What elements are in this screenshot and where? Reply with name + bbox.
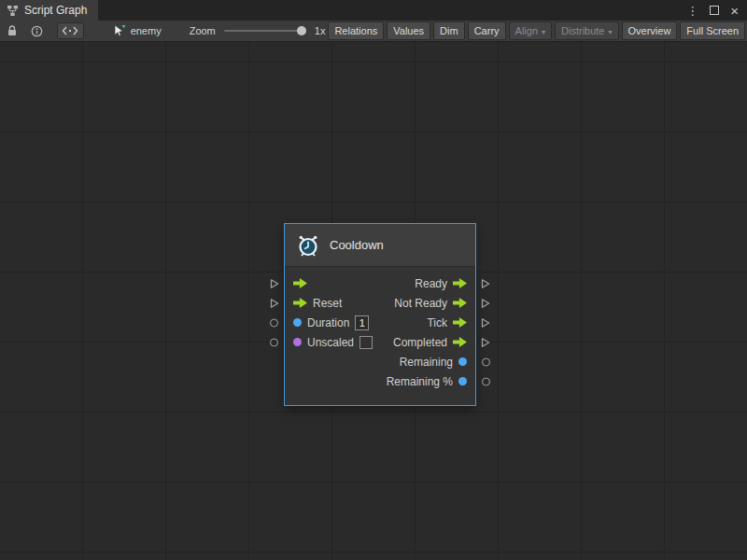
node-header[interactable]: Cooldown bbox=[285, 224, 475, 267]
node-title: Cooldown bbox=[330, 238, 384, 252]
port-label: Completed bbox=[393, 336, 447, 349]
flow-output-port-icon[interactable] bbox=[453, 278, 467, 288]
flow-output-connector[interactable] bbox=[481, 298, 490, 309]
window-menu-icon[interactable]: ⋮ bbox=[686, 5, 698, 17]
overview-button[interactable]: Overview bbox=[622, 21, 678, 40]
maximize-icon[interactable] bbox=[710, 6, 719, 15]
tab-title: Script Graph bbox=[24, 4, 87, 17]
chevron-down-icon: ▾ bbox=[609, 28, 613, 36]
script-graph-icon bbox=[7, 5, 19, 17]
relations-button[interactable]: Relations bbox=[328, 21, 384, 40]
port-row: Ready bbox=[285, 273, 475, 293]
full-screen-button[interactable]: Full Screen bbox=[680, 21, 745, 40]
port-row: Remaining % bbox=[285, 371, 475, 391]
values-button[interactable]: Values bbox=[387, 21, 430, 40]
flow-output-connector[interactable] bbox=[481, 337, 490, 348]
port-label: Remaining bbox=[400, 356, 453, 369]
zoom-slider-track[interactable] bbox=[224, 30, 306, 32]
graph-canvas[interactable]: Cooldown Ready bbox=[0, 42, 747, 560]
unscaled-checkbox[interactable] bbox=[359, 336, 373, 349]
value-input-connector[interactable] bbox=[270, 318, 278, 327]
flow-input-port-icon[interactable] bbox=[293, 298, 307, 308]
flow-input-connector[interactable] bbox=[270, 298, 279, 309]
graph-toolbar: enemy Zoom 1x Relations Values Dim Carry… bbox=[0, 21, 747, 42]
zoom-label: Zoom bbox=[190, 25, 216, 36]
boolean-input-port-icon[interactable] bbox=[293, 338, 302, 346]
value-output-connector[interactable] bbox=[482, 357, 490, 366]
port-label: Unscaled bbox=[307, 336, 354, 349]
zoom-slider-handle[interactable] bbox=[297, 26, 306, 35]
carry-button[interactable]: Carry bbox=[468, 21, 506, 40]
port-row: Duration Tick bbox=[285, 313, 475, 332]
port-row: Unscaled Completed bbox=[285, 332, 475, 352]
code-view-icon[interactable] bbox=[57, 22, 84, 39]
port-label: Duration bbox=[307, 316, 349, 329]
align-dropdown-button[interactable]: Align ▾ bbox=[509, 21, 552, 40]
graph-context-breadcrumb[interactable]: enemy bbox=[114, 24, 162, 37]
value-output-connector[interactable] bbox=[482, 377, 490, 385]
port-label: Reset bbox=[313, 297, 342, 310]
tab-script-graph[interactable]: Script Graph bbox=[0, 0, 98, 21]
flow-output-connector[interactable] bbox=[481, 317, 490, 329]
port-label: Tick bbox=[427, 316, 447, 329]
node-body: Ready Reset Not Ready bbox=[285, 267, 475, 405]
toolbar-buttons: Relations Values Dim Carry Align ▾ Distr… bbox=[325, 21, 747, 41]
port-row: Remaining bbox=[285, 352, 475, 371]
cooldown-node[interactable]: Cooldown Ready bbox=[285, 224, 475, 405]
window-controls: ⋮ × bbox=[686, 0, 747, 21]
number-input-port-icon[interactable] bbox=[293, 318, 302, 327]
number-output-port-icon[interactable] bbox=[458, 357, 467, 366]
value-input-connector[interactable] bbox=[270, 338, 278, 346]
port-label: Not Ready bbox=[394, 297, 447, 310]
port-label: Ready bbox=[415, 277, 447, 290]
zoom-control: Zoom 1x bbox=[190, 25, 326, 36]
close-icon[interactable]: × bbox=[730, 4, 739, 18]
flow-output-port-icon[interactable] bbox=[453, 317, 467, 328]
title-bar: Script Graph ⋮ × bbox=[0, 0, 747, 21]
flow-output-port-icon[interactable] bbox=[453, 337, 467, 347]
number-output-port-icon[interactable] bbox=[458, 377, 467, 385]
flow-output-connector[interactable] bbox=[481, 278, 490, 289]
port-label: Remaining % bbox=[387, 375, 453, 388]
distribute-dropdown-button[interactable]: Distribute ▾ bbox=[555, 21, 618, 40]
dim-button[interactable]: Dim bbox=[433, 21, 465, 40]
flow-input-connector[interactable] bbox=[270, 278, 279, 289]
cursor-icon bbox=[114, 24, 126, 37]
zoom-slider[interactable] bbox=[224, 25, 306, 36]
flow-output-port-icon[interactable] bbox=[453, 298, 467, 308]
graph-context-label: enemy bbox=[131, 25, 162, 36]
visual-scripting-window: Script Graph ⋮ × bbox=[0, 0, 747, 560]
chevron-down-icon: ▾ bbox=[542, 28, 545, 36]
duration-value-field[interactable] bbox=[355, 315, 369, 330]
zoom-value: 1x bbox=[315, 25, 326, 36]
port-row: Reset Not Ready bbox=[285, 293, 475, 313]
info-icon[interactable] bbox=[24, 21, 49, 41]
lock-icon[interactable] bbox=[0, 21, 24, 41]
flow-input-port-icon[interactable] bbox=[293, 278, 307, 288]
alarm-clock-icon bbox=[296, 233, 320, 258]
